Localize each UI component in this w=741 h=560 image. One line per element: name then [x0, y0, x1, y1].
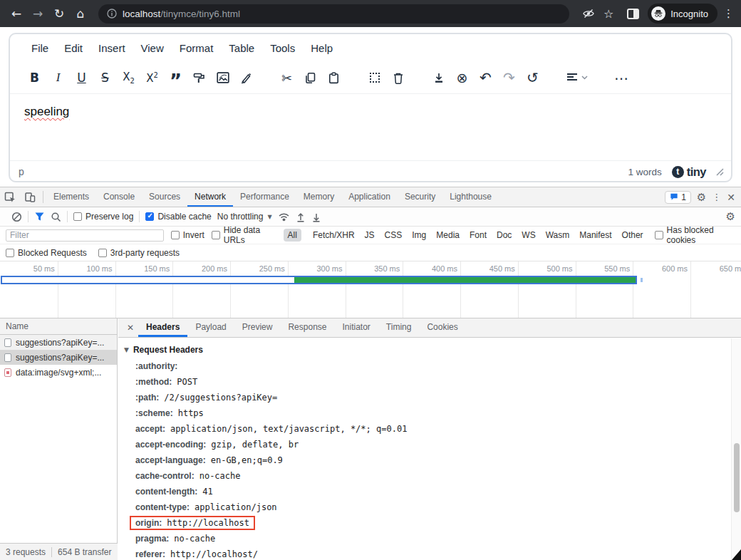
align-left-icon[interactable]	[561, 67, 593, 88]
superscript-icon[interactable]: X2	[140, 67, 164, 88]
site-info-icon[interactable]	[107, 9, 117, 19]
word-count[interactable]: 1 words	[628, 167, 661, 177]
details-tab[interactable]: Headers	[138, 318, 187, 337]
menu-item[interactable]: Table	[222, 39, 261, 57]
filter-input[interactable]	[6, 229, 164, 242]
network-overview-timeline[interactable]: 50 ms100 ms150 ms200 ms250 ms300 ms350 m…	[0, 261, 741, 318]
editor-content[interactable]: speeling	[10, 93, 731, 160]
scrollbar-thumb[interactable]	[734, 443, 740, 512]
insert-image-icon[interactable]	[211, 67, 234, 88]
side-panel-icon[interactable]	[623, 4, 642, 23]
forward-button[interactable]: →	[28, 4, 47, 23]
cut-icon[interactable]: ✂	[275, 67, 299, 88]
menu-item[interactable]: View	[134, 39, 171, 57]
blocked-requests-checkbox[interactable]	[6, 249, 14, 257]
import-har-icon[interactable]	[296, 212, 306, 222]
devtools-close-icon[interactable]: ✕	[727, 192, 735, 203]
undo-icon[interactable]: ↶	[474, 67, 497, 88]
bold-icon[interactable]: B	[23, 67, 46, 88]
browser-menu-icon[interactable]: ⋮	[723, 7, 734, 20]
strikethrough-icon[interactable]: S	[93, 67, 117, 88]
menu-item[interactable]: Edit	[57, 39, 90, 57]
devtools-settings-icon[interactable]: ⚙	[697, 191, 706, 204]
devtools-tab[interactable]: Application	[341, 187, 398, 207]
details-tab[interactable]: Payload	[187, 318, 234, 337]
home-button[interactable]: ⌂	[71, 4, 90, 23]
request-type-filter[interactable]: Font	[470, 230, 487, 240]
filter-icon[interactable]	[34, 212, 45, 222]
details-tab[interactable]: Response	[280, 318, 334, 337]
request-type-filter[interactable]: Doc	[497, 230, 512, 240]
request-row[interactable]: suggestions?apiKey=...	[0, 335, 117, 350]
resize-grip-icon[interactable]	[716, 168, 724, 176]
has-blocked-cookies-checkbox[interactable]	[655, 231, 663, 239]
devtools-tab[interactable]: Lighthouse	[442, 187, 499, 207]
devtools-tab[interactable]: Sources	[142, 187, 187, 207]
network-conditions-icon[interactable]	[278, 212, 290, 222]
restore-draft-icon[interactable]: ↺	[521, 67, 544, 88]
devtools-tab[interactable]: Console	[96, 187, 142, 207]
invert-checkbox[interactable]	[171, 231, 180, 239]
request-type-filter[interactable]: Manifest	[579, 230, 611, 240]
reload-button[interactable]: ↻	[50, 4, 68, 23]
devtools-tab[interactable]: Memory	[296, 187, 341, 207]
underline-icon[interactable]: U	[70, 67, 93, 88]
blockquote-icon[interactable]: ”	[164, 67, 187, 88]
element-path[interactable]: p	[19, 166, 24, 177]
cookies-blocked-icon[interactable]	[579, 4, 598, 23]
download-icon[interactable]	[427, 67, 450, 88]
subscript-icon[interactable]: X2	[117, 67, 140, 88]
request-type-filter[interactable]: Wasm	[546, 230, 570, 240]
menu-item[interactable]: Format	[172, 39, 221, 57]
request-type-filter[interactable]: JS	[365, 230, 375, 240]
hide-data-urls-checkbox[interactable]	[212, 231, 220, 239]
format-painter-icon[interactable]	[187, 67, 211, 88]
menu-item[interactable]: File	[24, 39, 56, 57]
more-icon[interactable]: …	[610, 67, 633, 88]
details-tab[interactable]: Timing	[378, 318, 420, 337]
delete-icon[interactable]	[386, 67, 410, 88]
devtools-menu-icon[interactable]: ⋮	[712, 192, 721, 202]
export-har-icon[interactable]	[311, 212, 321, 222]
request-type-filter[interactable]: Other	[622, 230, 643, 240]
select-all-icon[interactable]	[363, 67, 386, 88]
requests-name-header[interactable]: Name	[0, 318, 117, 335]
network-settings-icon[interactable]: ⚙	[726, 210, 735, 223]
close-details-icon[interactable]: ✕	[123, 318, 138, 337]
device-toolbar-icon[interactable]	[20, 187, 40, 207]
throttling-select[interactable]: No throttling ▼	[217, 212, 272, 222]
copy-icon[interactable]	[299, 67, 322, 88]
bookmark-star-icon[interactable]: ☆	[599, 4, 618, 23]
inspect-element-icon[interactable]	[0, 187, 20, 207]
menu-item[interactable]: Help	[304, 39, 340, 57]
request-row[interactable]: suggestions?apiKey=...	[0, 350, 117, 365]
devtools-tab[interactable]: Elements	[46, 187, 96, 207]
paste-icon[interactable]	[322, 67, 346, 88]
details-tab[interactable]: Initiator	[334, 318, 378, 337]
menu-item[interactable]: Insert	[91, 39, 133, 57]
devtools-tab[interactable]: Security	[398, 187, 442, 207]
clear-icon[interactable]	[11, 212, 22, 222]
misspelled-word[interactable]: speeling	[24, 105, 69, 118]
request-type-filter[interactable]: WS	[522, 230, 535, 240]
preserve-log-checkbox[interactable]	[73, 212, 82, 221]
search-icon[interactable]	[51, 212, 61, 222]
request-type-filter[interactable]: Fetch/XHR	[313, 230, 355, 240]
request-headers-section[interactable]: ▼ Request Headers	[124, 345, 731, 355]
address-bar[interactable]: localhost/tinymce/tiny6.html	[98, 4, 569, 24]
devtools-tab[interactable]: Performance	[233, 187, 296, 207]
disable-cache-checkbox[interactable]	[145, 212, 154, 221]
back-button[interactable]: ←	[7, 4, 26, 23]
details-scrollbar[interactable]	[731, 338, 741, 560]
issues-badge[interactable]: 1	[665, 191, 691, 204]
redo-icon[interactable]: ↷	[497, 67, 521, 88]
details-tab[interactable]: Cookies	[419, 318, 465, 337]
request-type-filter[interactable]: CSS	[385, 230, 403, 240]
details-tab[interactable]: Preview	[234, 318, 281, 337]
menu-item[interactable]: Tools	[263, 39, 302, 57]
request-row[interactable]: data:image/svg+xml;...	[0, 365, 117, 380]
tiny-logo[interactable]: t tiny	[672, 165, 706, 179]
cancel-icon[interactable]: ⊗	[450, 67, 474, 88]
italic-icon[interactable]: I	[46, 67, 70, 88]
request-type-filter[interactable]: All	[284, 229, 301, 242]
